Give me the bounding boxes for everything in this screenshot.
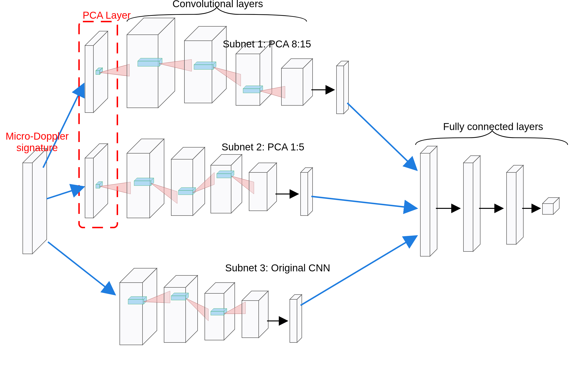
svg-rect-30 <box>463 163 473 252</box>
subnet1-conv3 <box>236 42 272 105</box>
svg-rect-16 <box>178 191 193 195</box>
subnet2-fc-bar <box>301 168 313 215</box>
svg-rect-8 <box>243 89 260 93</box>
svg-rect-24 <box>171 296 186 300</box>
svg-rect-7 <box>236 54 260 105</box>
label-conv-layers: Convolutional layers <box>172 0 263 10</box>
svg-rect-14 <box>134 181 151 186</box>
subnet3-conv2 <box>164 276 198 342</box>
input-slab <box>23 149 47 254</box>
svg-rect-26 <box>211 311 224 315</box>
svg-rect-25 <box>205 293 224 340</box>
svg-rect-3 <box>127 35 158 108</box>
label-micro-doppler: Micro-Doppler signature <box>2 130 72 154</box>
svg-rect-0 <box>23 163 32 254</box>
subnet2-pca-slab <box>85 144 108 218</box>
svg-rect-32 <box>543 204 553 214</box>
subnet3-conv4 <box>242 291 268 338</box>
svg-rect-1 <box>85 45 93 113</box>
subnet2-conv3 <box>211 154 242 213</box>
svg-rect-9 <box>281 68 303 105</box>
output-cube <box>543 198 559 214</box>
brace-fc <box>416 130 568 145</box>
subnet2-conv2 <box>171 147 205 215</box>
svg-rect-22 <box>128 299 144 304</box>
arrow-subnet1-to-fc <box>347 103 417 170</box>
svg-rect-11 <box>85 158 93 218</box>
svg-rect-6 <box>194 65 213 69</box>
svg-rect-28 <box>290 299 297 342</box>
label-subnet1: Subnet 1: PCA 8:15 <box>223 38 311 50</box>
svg-rect-21 <box>120 283 143 345</box>
subnet3-conv1 <box>120 268 157 345</box>
fc-bar-3 <box>506 165 523 244</box>
label-subnet3: Subnet 3: Original CNN <box>225 262 330 274</box>
svg-rect-12 <box>96 184 100 188</box>
svg-rect-5 <box>184 41 212 103</box>
fc-bar-2 <box>463 156 480 252</box>
label-fc-layers: Fully connected layers <box>443 121 543 132</box>
fc-bar-1 <box>420 146 437 256</box>
svg-rect-18 <box>217 174 231 178</box>
svg-rect-2 <box>96 71 100 74</box>
label-subnet2: Subnet 2: PCA 1:5 <box>222 141 304 153</box>
svg-rect-4 <box>138 61 159 66</box>
arrow-input-subnet3 <box>48 242 115 295</box>
label-pca-layer: PCA Layer <box>83 10 131 21</box>
subnet1-conv4 <box>281 59 313 105</box>
svg-rect-29 <box>420 153 430 256</box>
subnet3-fc-bar <box>290 295 302 342</box>
svg-rect-31 <box>506 172 516 244</box>
subnet1-fc-bar <box>336 61 349 114</box>
subnet2-conv4 <box>249 163 277 211</box>
arrow-input-subnet1 <box>43 84 84 168</box>
svg-rect-10 <box>336 66 344 114</box>
svg-rect-20 <box>301 172 308 215</box>
svg-rect-27 <box>242 300 259 338</box>
svg-rect-19 <box>249 172 267 211</box>
arrow-subnet2-to-fc <box>311 196 417 208</box>
arrow-input-subnet2 <box>47 187 84 199</box>
